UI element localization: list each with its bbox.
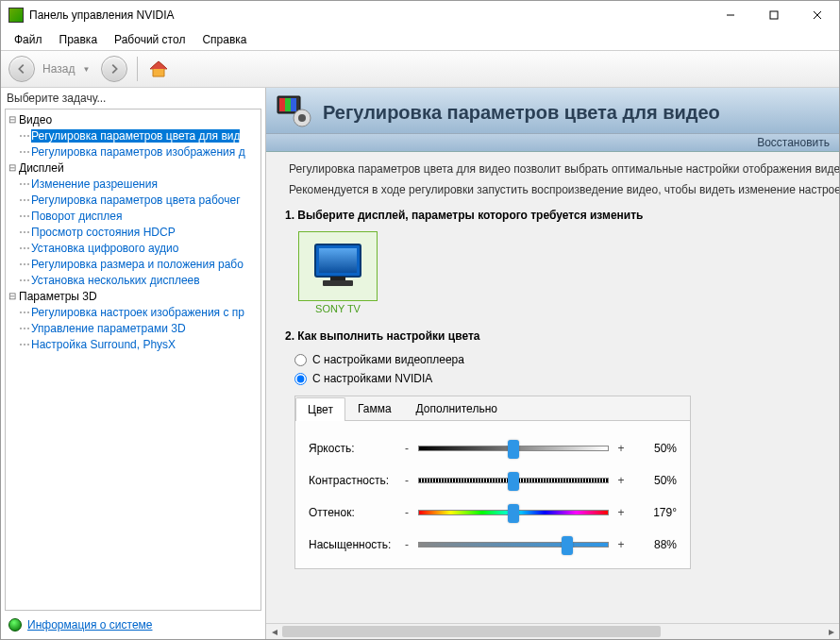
tab-extra[interactable]: Дополнительно <box>404 396 510 420</box>
tree-item[interactable]: ⋯Регулировка параметров изображения д <box>6 143 260 160</box>
info-icon <box>8 618 22 632</box>
tree-item[interactable]: ⋯Управление параметрами 3D <box>6 320 260 336</box>
slider-saturation-row: Насыщенность: - + 88% <box>309 529 677 561</box>
contrast-value: 50% <box>633 474 677 487</box>
home-button[interactable] <box>147 58 170 80</box>
saturation-value: 88% <box>633 538 677 551</box>
svg-rect-13 <box>323 280 353 286</box>
brightness-value: 50% <box>633 442 677 455</box>
tree-item[interactable]: ⋯Изменение разрешения <box>6 176 260 192</box>
svg-rect-1 <box>770 11 778 19</box>
tree-item[interactable]: ⋯Регулировка параметров цвета для вид <box>6 127 260 143</box>
task-tree: ⊟Видео ⋯Регулировка параметров цвета для… <box>5 109 261 611</box>
back-button[interactable] <box>8 56 35 82</box>
window-title: Панель управления NVIDIA <box>29 8 709 22</box>
tab-gamma[interactable]: Гамма <box>345 396 404 420</box>
titlebar: Панель управления NVIDIA <box>1 1 839 29</box>
step-1-label: 1. Выберите дисплей, параметры которого … <box>266 203 839 226</box>
toolbar-separator <box>137 57 138 81</box>
svg-rect-12 <box>330 277 345 280</box>
sidebar-prompt: Выберите задачу... <box>1 88 265 109</box>
tree-item[interactable]: ⋯Регулировка настроек изображения с пр <box>6 304 260 320</box>
back-dropdown-icon[interactable]: ▼ <box>82 65 90 74</box>
monitor-icon <box>310 241 366 292</box>
tree-group-3d[interactable]: ⊟Параметры 3D <box>6 288 260 304</box>
menu-help[interactable]: Справка <box>194 31 254 48</box>
tree-group-video[interactable]: ⊟Видео <box>6 111 260 127</box>
slider-brightness[interactable] <box>418 441 609 456</box>
main-pane: Регулировка параметров цвета для видео В… <box>266 88 839 639</box>
radio-nvidia[interactable]: С настройками NVIDIA <box>294 369 839 388</box>
slider-hue[interactable] <box>418 505 609 520</box>
tree-item[interactable]: ⋯Регулировка размера и положения рабо <box>6 256 260 272</box>
horizontal-scrollbar[interactable]: ◂ ▸ <box>266 623 839 639</box>
tree-item[interactable]: ⋯Настройка Surround, PhysX <box>6 336 260 352</box>
toolbar: Назад ▼ <box>1 50 839 88</box>
page-header: Регулировка параметров цвета для видео <box>266 88 839 134</box>
menu-file[interactable]: Файл <box>7 31 50 48</box>
page-title: Регулировка параметров цвета для видео <box>323 102 830 124</box>
minimize-button[interactable] <box>709 1 752 29</box>
page-description-1: Регулировка параметров цвета для видео п… <box>266 152 839 182</box>
radio-player[interactable]: С настройками видеоплеера <box>294 350 839 369</box>
scroll-thumb[interactable] <box>282 626 661 637</box>
menu-edit[interactable]: Правка <box>52 31 106 48</box>
svg-rect-6 <box>285 98 291 111</box>
restore-link[interactable]: Восстановить <box>757 136 830 149</box>
menu-desktop[interactable]: Рабочий стол <box>107 31 193 48</box>
page-description-2: Рекомендуется в ходе регулировки запусти… <box>266 182 839 203</box>
step-2-label: 2. Как выполнить настройки цвета <box>266 324 839 346</box>
slider-hue-row: Оттенок: - + 179° <box>309 497 677 529</box>
page-header-icon <box>276 93 313 131</box>
svg-rect-5 <box>279 98 285 111</box>
back-label: Назад <box>42 62 75 76</box>
forward-button[interactable] <box>101 56 127 82</box>
tree-item[interactable]: ⋯Установка нескольких дисплеев <box>6 272 260 288</box>
tree-item[interactable]: ⋯Регулировка параметров цвета рабочег <box>6 192 260 208</box>
system-info-link[interactable]: Информация о системе <box>1 611 265 639</box>
hue-value: 179° <box>633 506 677 519</box>
slider-contrast-row: Контрастность: - + 50% <box>309 464 677 497</box>
svg-point-9 <box>298 114 306 122</box>
tree-group-display[interactable]: ⊟Дисплей <box>6 160 260 176</box>
color-panel: Цвет Гамма Дополнительно Яркость: - + 50… <box>294 396 691 569</box>
display-choice[interactable]: SONY TV <box>298 231 378 314</box>
slider-contrast[interactable] <box>418 473 609 488</box>
maximize-button[interactable] <box>752 1 796 29</box>
slider-saturation[interactable] <box>418 537 609 552</box>
system-info-label[interactable]: Информация о системе <box>27 618 152 632</box>
app-icon <box>8 8 24 23</box>
scroll-left-icon[interactable]: ◂ <box>266 624 282 639</box>
display-name: SONY TV <box>298 303 378 314</box>
menubar: Файл Правка Рабочий стол Справка <box>1 29 839 50</box>
tree-item[interactable]: ⋯Поворот дисплея <box>6 208 260 224</box>
scroll-right-icon[interactable]: ▸ <box>823 624 839 639</box>
slider-brightness-row: Яркость: - + 50% <box>309 432 677 464</box>
tab-color[interactable]: Цвет <box>295 397 345 421</box>
sidebar: Выберите задачу... ⊟Видео ⋯Регулировка п… <box>1 88 266 639</box>
svg-rect-11 <box>319 248 357 273</box>
tree-item[interactable]: ⋯Установка цифрового аудио <box>6 240 260 256</box>
svg-rect-7 <box>291 98 296 111</box>
close-button[interactable] <box>796 1 839 29</box>
tree-item[interactable]: ⋯Просмотр состояния HDCP <box>6 224 260 240</box>
